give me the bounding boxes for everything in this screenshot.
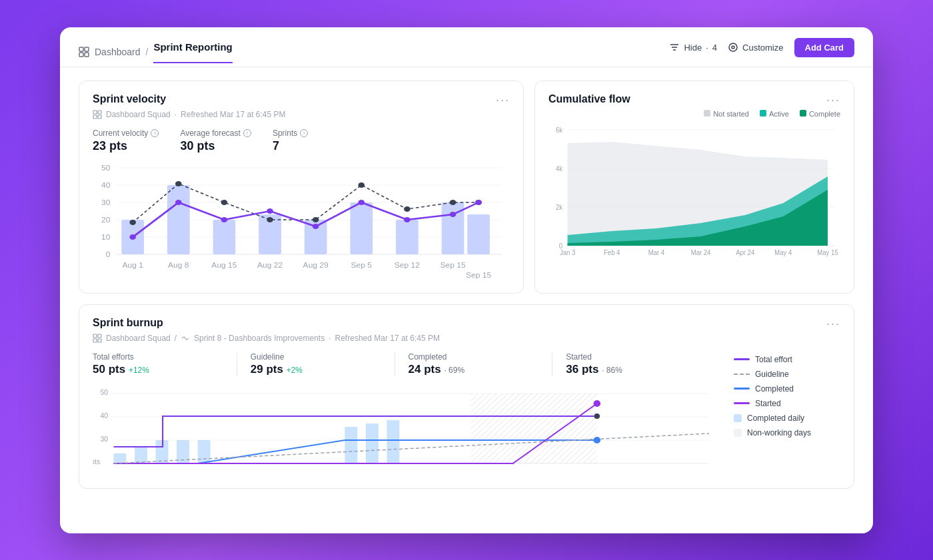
breadcrumb: Dashboard / Sprint Reporting: [79, 41, 233, 63]
svg-rect-27: [213, 220, 236, 254]
dashboard-icon: [79, 47, 89, 57]
completed-stat: Completed 24 pts · 69%: [409, 352, 553, 376]
svg-text:2k: 2k: [556, 203, 562, 210]
svg-text:Aug 1: Aug 1: [122, 261, 143, 268]
card-header-cf: Cumulative flow ···: [548, 93, 840, 107]
cf-legend: Not started Active Complete: [548, 110, 840, 118]
burnup-menu[interactable]: ···: [826, 317, 840, 331]
svg-rect-76: [93, 334, 97, 338]
svg-point-100: [594, 437, 601, 443]
svg-text:50: 50: [101, 164, 110, 171]
svg-text:Jan 3: Jan 3: [560, 248, 575, 256]
svg-text:4k: 4k: [556, 164, 562, 172]
cf-menu[interactable]: ···: [826, 93, 840, 107]
svg-rect-2: [79, 53, 83, 57]
velocity-subtitle: Dashboard Squad · Refreshed Mar 17 at 6:…: [93, 110, 510, 119]
cumulative-flow-card: Cumulative flow ··· Not started Active C…: [534, 81, 854, 294]
svg-point-40: [404, 206, 411, 212]
top-row: Sprint velocity ··· Dashboard Squad · Re…: [79, 81, 854, 294]
svg-point-46: [267, 208, 273, 214]
burnup-title: Sprint burnup: [93, 317, 163, 329]
svg-text:Mar 4: Mar 4: [648, 248, 665, 256]
card-header-burnup: Sprint burnup ···: [93, 317, 840, 331]
velocity-stats: Current velocity i 23 pts Average foreca…: [93, 129, 510, 153]
svg-text:Sep 15: Sep 15: [440, 261, 465, 268]
svg-rect-78: [93, 339, 97, 342]
svg-point-44: [175, 200, 182, 205]
card-header-velocity: Sprint velocity ···: [93, 93, 510, 107]
legend-non-working: Non-working days: [734, 428, 840, 437]
svg-text:20: 20: [101, 216, 110, 223]
guideline-stat: Guideline 29 pts +2%: [251, 352, 395, 376]
velocity-menu[interactable]: ···: [496, 93, 510, 107]
legend-total-effort: Total effort: [734, 355, 840, 364]
svg-text:May 4: May 4: [774, 248, 792, 256]
svg-text:May 15: May 15: [817, 248, 838, 256]
svg-point-39: [358, 182, 365, 188]
svg-point-34: [129, 220, 136, 225]
svg-text:Aug 15: Aug 15: [211, 261, 237, 268]
page-title: Sprint Reporting: [153, 41, 232, 63]
cf-chart: 6k 4k 2k 0: [548, 123, 840, 256]
info-icon-3: i: [300, 129, 308, 137]
legend-guideline: Guideline: [734, 370, 840, 379]
svg-point-99: [594, 400, 601, 407]
total-efforts-stat: Total efforts 50 pts +12%: [93, 352, 237, 376]
svg-text:50: 50: [100, 389, 108, 396]
add-card-button[interactable]: Add Card: [794, 38, 855, 57]
svg-rect-90: [114, 453, 127, 463]
svg-text:Apr 24: Apr 24: [736, 248, 755, 256]
svg-point-7: [729, 43, 737, 51]
svg-text:0: 0: [106, 250, 111, 258]
burnup-stats: Total efforts 50 pts +12% Guideline 29 p…: [93, 352, 723, 376]
svg-text:Aug 8: Aug 8: [168, 261, 189, 268]
info-icon: i: [151, 129, 159, 137]
svg-text:30: 30: [100, 435, 108, 443]
svg-rect-77: [98, 334, 101, 338]
sprint-velocity-card: Sprint velocity ··· Dashboard Squad · Re…: [79, 81, 524, 294]
svg-point-37: [267, 217, 273, 222]
svg-point-47: [313, 224, 319, 229]
svg-rect-9: [93, 111, 97, 114]
dashboard-label[interactable]: Dashboard: [95, 47, 141, 57]
svg-rect-95: [345, 427, 357, 463]
svg-rect-1: [85, 47, 89, 51]
info-icon-2: i: [243, 129, 251, 137]
svg-point-48: [358, 200, 365, 205]
burnup-left: Total efforts 50 pts +12% Guideline 29 p…: [93, 352, 723, 476]
legend-started: Started: [734, 399, 840, 408]
svg-point-43: [129, 234, 136, 240]
svg-rect-89: [471, 394, 597, 463]
svg-point-101: [594, 414, 600, 419]
header: Dashboard / Sprint Reporting Hide · 4 Cu…: [60, 27, 873, 67]
content-area: Sprint velocity ··· Dashboard Squad · Re…: [60, 67, 873, 502]
sprint-burnup-card: Sprint burnup ··· Dashboard Squad / Spri…: [79, 304, 854, 489]
svg-point-45: [221, 217, 228, 222]
burnup-legend: Total effort Guideline Completed Started: [734, 352, 840, 476]
svg-rect-3: [85, 53, 89, 57]
svg-rect-26: [167, 185, 190, 254]
customize-button[interactable]: Customize: [728, 42, 783, 53]
svg-text:pts: pts: [93, 458, 100, 465]
svg-text:6k: 6k: [556, 126, 562, 133]
svg-rect-11: [93, 115, 97, 119]
hide-button[interactable]: Hide · 4: [669, 42, 717, 53]
not-started-dot: [704, 110, 710, 117]
active-dot: [760, 110, 766, 117]
svg-text:10: 10: [101, 233, 110, 240]
legend-completed: Completed: [734, 384, 840, 394]
started-stat: Started 36 pts · 86%: [566, 352, 710, 376]
avg-forecast-stat: Average forecast i 30 pts: [180, 129, 251, 153]
svg-point-36: [221, 200, 228, 205]
main-container: Dashboard / Sprint Reporting Hide · 4 Cu…: [60, 27, 873, 533]
svg-rect-30: [350, 202, 373, 254]
svg-text:Feb 4: Feb 4: [604, 248, 620, 256]
svg-point-49: [404, 217, 411, 222]
svg-text:30: 30: [101, 198, 110, 206]
complete-dot: [800, 110, 806, 117]
svg-rect-33: [467, 214, 490, 254]
svg-rect-91: [135, 447, 147, 463]
svg-point-38: [313, 217, 319, 222]
svg-point-8: [732, 46, 734, 49]
svg-text:Aug 29: Aug 29: [303, 261, 329, 268]
